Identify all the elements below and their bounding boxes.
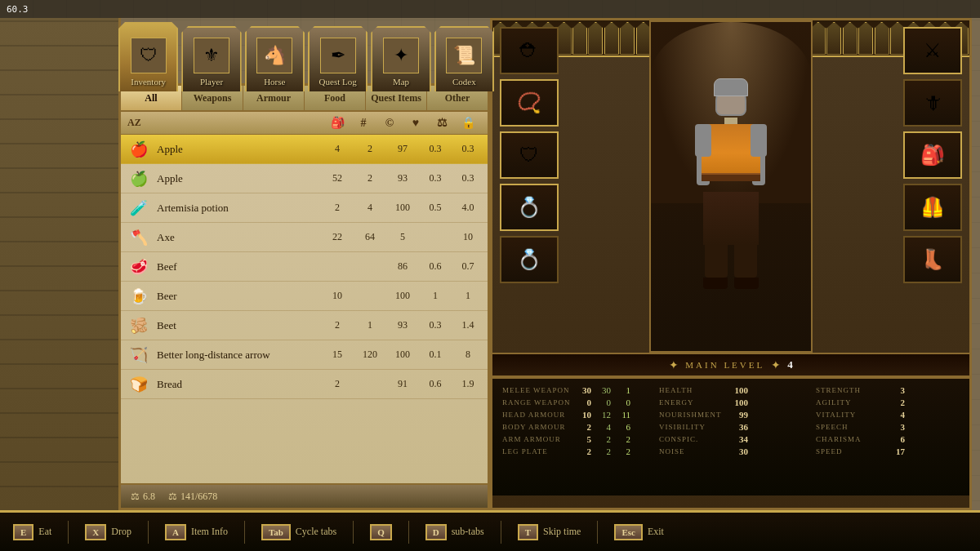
knight-figure <box>693 85 768 289</box>
key-label-d: sub-tabs <box>452 526 484 538</box>
item-stats: 2 4 100 0.5 4.0 <box>324 202 481 214</box>
tab-questlog[interactable]: ✒ Quest Log <box>308 26 368 91</box>
item-slots: 64 <box>357 231 383 243</box>
equip-slot-boots[interactable]: 👢 <box>903 236 962 283</box>
tab-horse[interactable]: 🐴 Horse <box>245 26 305 91</box>
list-item[interactable]: 🏹 Better long-distance arrow 15 120 100 … <box>121 340 488 370</box>
stat-row: LEG PLATE 2 2 2 <box>502 447 646 456</box>
item-stats: 2 1 93 0.3 1.4 <box>324 319 481 331</box>
col-value-header: © <box>376 117 403 130</box>
item-value: 93 <box>390 172 416 184</box>
item-qty: 15 <box>324 349 350 361</box>
equip-slot-belt[interactable]: 🎒 <box>903 131 962 179</box>
key-badge-x[interactable]: X <box>85 524 106 540</box>
item-v1: 0.1 <box>422 349 448 361</box>
list-item[interactable]: 🪓 Axe 22 64 5 10 <box>121 223 488 252</box>
vital-stat-label: ENERGY <box>659 398 728 407</box>
tab-inventory[interactable]: 🛡 Inventory <box>118 22 178 91</box>
attribute-val: 3 <box>889 422 905 432</box>
stat-label: MELEE WEAPON <box>502 386 572 394</box>
list-item[interactable]: 🍎 Apple 4 2 97 0.3 0.3 <box>121 135 488 164</box>
key-badge-d[interactable]: D <box>425 524 447 540</box>
knight-boots <box>703 278 759 289</box>
stat-row: MELEE WEAPON 30 30 1 <box>502 385 646 395</box>
stat-v1: 2 <box>575 447 591 456</box>
right-leg <box>734 245 757 278</box>
item-name: Artemisia potion <box>157 202 324 215</box>
stat-v2: 12 <box>595 410 611 420</box>
col-name-header[interactable]: AZ <box>127 117 324 129</box>
stat-v1: 2 <box>575 422 591 432</box>
slot-icon-belt: 🎒 <box>920 144 945 167</box>
equip-slot-helmet[interactable]: ⛑ <box>500 27 559 74</box>
key-badge-tab[interactable]: Tab <box>261 524 291 540</box>
gold-stat: ⚖ 141/6678 <box>168 491 217 503</box>
equip-slot-weapon1[interactable]: ⚔ <box>903 27 962 74</box>
list-item[interactable]: 🍏 Apple 52 2 93 0.3 0.3 <box>121 164 488 193</box>
action-bar: E Eat X Drop A Item Info Tab Cycle tabs … <box>0 510 980 551</box>
item-v1: 0.6 <box>422 378 448 390</box>
equip-slot-chest[interactable]: 🛡 <box>500 131 559 179</box>
equip-slot-amulet[interactable]: 📿 <box>500 79 559 127</box>
item-list[interactable]: 🍎 Apple 4 2 97 0.3 0.3 🍏 Apple 52 2 93 0… <box>121 135 488 483</box>
attribute-row: VITALITY 4 <box>816 410 960 420</box>
item-value: 100 <box>390 290 416 302</box>
slot-icon-weapon1: ⚔ <box>924 39 942 62</box>
item-qty: 2 <box>324 319 350 331</box>
tab-codex[interactable]: 📜 Codex <box>434 26 494 91</box>
stat-label: HEAD ARMOUR <box>502 411 572 419</box>
item-v2: 1.9 <box>455 378 481 390</box>
action-esc: Esc Exit <box>614 524 664 540</box>
left-boot <box>703 278 728 289</box>
tab-map[interactable]: ✦ Map <box>371 26 430 91</box>
tab-map-label: Map <box>393 77 409 87</box>
equip-slot-ring2[interactable]: 💍 <box>500 236 559 283</box>
vital-stat-label: NOISE <box>659 447 728 455</box>
main-level-label: MAIN LEVEL <box>685 360 764 370</box>
gold-value: 141/6678 <box>180 491 217 503</box>
equip-slot-legs[interactable]: 🦺 <box>903 184 962 231</box>
tab-player[interactable]: ⚜ Player <box>181 26 241 91</box>
item-icon: 🫚 <box>127 314 150 337</box>
item-v1: 0.3 <box>422 172 448 184</box>
attribute-label: AGILITY <box>816 398 885 407</box>
left-shoulder <box>695 124 711 157</box>
tab-codex-label: Codex <box>452 77 476 87</box>
key-label-a: Item Info <box>191 526 228 538</box>
item-qty: 2 <box>324 202 350 214</box>
slot-icon-amulet: 📿 <box>517 91 541 114</box>
item-name: Apple <box>157 143 324 156</box>
horse-icon: 🐴 <box>256 38 292 73</box>
list-item[interactable]: 🥩 Beef 86 0.6 0.7 <box>121 252 488 282</box>
stats-panel: MELEE WEAPON 30 30 1 RANGE WEAPON 0 0 0 … <box>492 377 969 495</box>
key-badge-t[interactable]: T <box>518 524 538 540</box>
action-divider <box>68 521 69 544</box>
equip-slot-weapon2[interactable]: 🗡 <box>903 79 962 127</box>
tab-horse-label: Horse <box>264 77 285 87</box>
gold-icon: ⚖ <box>168 491 177 503</box>
item-icon: 🏹 <box>127 344 150 367</box>
player-icon: ⚜ <box>194 38 229 73</box>
list-item[interactable]: 🫚 Beet 2 1 93 0.3 1.4 <box>121 311 488 340</box>
key-badge-q[interactable]: Q <box>370 524 392 540</box>
key-badge-esc[interactable]: Esc <box>614 524 643 540</box>
item-stats: 4 2 97 0.3 0.3 <box>324 143 481 155</box>
col-count-header[interactable]: # <box>350 117 376 130</box>
combat-stats-group: MELEE WEAPON 30 30 1 RANGE WEAPON 0 0 0 … <box>502 385 646 489</box>
stat-v1: 0 <box>575 398 591 407</box>
list-item[interactable]: 🍺 Beer 10 100 1 1 <box>121 282 488 311</box>
item-qty: 4 <box>324 143 350 155</box>
knight-head <box>715 85 746 116</box>
item-name: Better long-distance arrow <box>157 349 324 362</box>
item-icon: 🍏 <box>127 167 150 190</box>
tab-player-label: Player <box>200 77 223 87</box>
list-item[interactable]: 🧪 Artemisia potion 2 4 100 0.5 4.0 <box>121 193 488 223</box>
stat-v3: 0 <box>614 398 630 407</box>
item-stats: 10 100 1 1 <box>324 290 481 302</box>
equip-slot-ring1[interactable]: 💍 <box>500 184 559 231</box>
key-badge-e[interactable]: E <box>13 524 33 540</box>
list-item[interactable]: 🍞 Bread 2 91 0.6 1.9 <box>121 370 488 399</box>
item-value: 91 <box>390 378 416 390</box>
stat-label: RANGE WEAPON <box>502 398 572 407</box>
key-badge-a[interactable]: A <box>165 524 186 540</box>
